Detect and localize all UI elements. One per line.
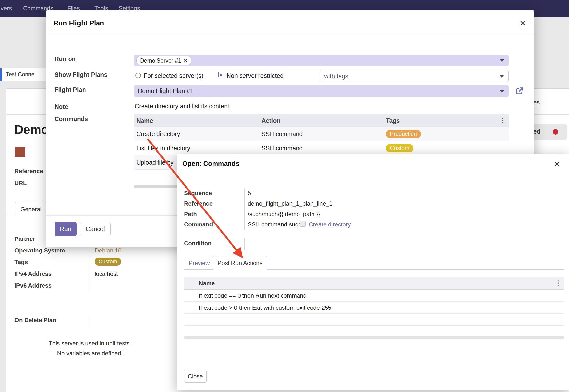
field-label-on-delete-plan: On Delete Plan [14, 317, 56, 323]
table-options-icon[interactable]: ⋮ [555, 279, 561, 287]
radio-non-server-restricted-label[interactable]: Non server restricted [227, 72, 284, 79]
column-header-tags: Tags [386, 117, 400, 124]
no-variables-note: No variables are defined. [24, 350, 156, 357]
field-label-tags: Tags [14, 259, 28, 266]
server-chip-label: Demo Server #1 [140, 57, 181, 64]
chevron-down-icon [499, 75, 504, 78]
tab-preview[interactable]: Preview [189, 260, 210, 266]
cell-name: List files in directory [136, 145, 190, 152]
menu-item-servers[interactable]: vers [1, 5, 12, 12]
table-row[interactable]: List files in directory SSH command Cust… [134, 141, 509, 155]
column-header-name: Name [199, 280, 215, 287]
label-show-flight-plans: Show Flight Plans [55, 71, 107, 78]
radio-non-server-restricted[interactable] [218, 72, 219, 77]
partial-primary-button[interactable] [0, 68, 2, 81]
table-header-row: Name Action Tags ⋮ [134, 114, 509, 127]
label-sequence: Sequence [184, 190, 212, 196]
command-link[interactable]: Create directory [309, 221, 351, 228]
table-row[interactable]: Create directory SSH command Production [134, 127, 509, 141]
command-value: SSH command sudo [248, 221, 302, 228]
tag-badge-custom: Custom [386, 144, 413, 152]
close-icon[interactable]: ✕ [554, 160, 560, 168]
run-button[interactable]: Run [55, 222, 77, 236]
tag-badge-custom: Custom [95, 258, 121, 266]
radio-selected-servers-label[interactable]: For selected server(s) [144, 72, 203, 79]
cell-action: SSH command [261, 145, 303, 152]
table-row[interactable]: If exit code == 0 then Run next command [184, 290, 564, 302]
label-note: Note [55, 103, 68, 110]
title-divider [46, 34, 534, 34]
ipv4-value: localhost [95, 270, 118, 277]
screen: vers Commands Files Tools Settings Test … [0, 0, 569, 392]
operating-system-value[interactable]: Debian 10 [95, 247, 121, 254]
external-link-icon[interactable] [515, 86, 524, 96]
chevron-down-icon [500, 59, 504, 62]
unit-test-note: This server is used in unit tests. [24, 340, 156, 347]
label-run-on: Run on [55, 56, 76, 63]
chevron-down-icon [500, 90, 504, 93]
flight-plan-select[interactable]: Demo Flight Plan #1 [134, 85, 509, 97]
table-options-icon[interactable]: ⋮ [500, 117, 506, 124]
cancel-button[interactable]: Cancel [80, 222, 111, 236]
card-header-fragment: es [533, 99, 540, 106]
with-tags-value: with tags [324, 73, 348, 80]
cell-name: If exit code == 0 then Run next command [199, 292, 307, 299]
status-stopped-dot-icon [553, 129, 558, 135]
chip-remove-icon[interactable]: ✕ [184, 58, 188, 64]
sequence-value: 5 [248, 190, 251, 196]
cell-name: If exit code > 0 then Exit with custom e… [199, 304, 331, 311]
label-flight-plan: Flight Plan [55, 86, 86, 93]
close-button[interactable]: Close [184, 370, 207, 383]
condition-field-divider [244, 238, 245, 250]
field-divider [89, 315, 89, 327]
table-header-row: Name ⋮ [184, 277, 564, 290]
label-command: Command [184, 221, 213, 228]
dialog-title: Open: Commands [182, 160, 240, 168]
close-icon[interactable]: ✕ [520, 20, 526, 27]
column-header-name: Name [136, 117, 153, 124]
horizontal-scrollbar[interactable] [184, 336, 564, 339]
command-checkbox[interactable] [300, 221, 306, 227]
note-value: Create directory and list its content [135, 103, 229, 110]
radio-selected-servers[interactable] [135, 73, 141, 78]
field-label-partner: Partner [14, 236, 35, 242]
path-value: /such/much/{{ demo_path }} [248, 211, 320, 218]
column-header-action: Action [261, 117, 281, 124]
field-label-reference: Reference [14, 168, 43, 175]
field-label-url: URL [14, 180, 27, 187]
reference-value: demo_flight_plan_1_plan_line_1 [248, 200, 333, 207]
server-chip[interactable]: Demo Server #1 ✕ [136, 56, 191, 65]
label-reference: Reference [184, 200, 213, 207]
with-tags-select[interactable]: with tags [320, 70, 509, 82]
table-row-empty [184, 314, 564, 326]
color-swatch [15, 147, 25, 157]
label-column-divider [129, 55, 129, 195]
flight-plan-value: Demo Flight Plan #1 [138, 87, 194, 95]
cell-name: Create directory [136, 130, 180, 138]
tab-general[interactable]: General [15, 202, 47, 216]
table-row[interactable]: If exit code > 0 then Exit with custom e… [184, 302, 564, 314]
field-label-ipv4: IPv4 Address [14, 270, 52, 277]
test-connection-button[interactable]: Test Conne [2, 68, 48, 81]
label-condition: Condition [184, 240, 212, 247]
tag-badge-production: Production [386, 130, 421, 138]
page-title: Demo [14, 123, 49, 137]
field-label-operating-system: Operating System [14, 247, 65, 254]
cell-action: SSH command [261, 130, 303, 138]
label-commands: Commands [55, 115, 88, 123]
run-on-input[interactable]: Demo Server #1 ✕ [134, 55, 509, 66]
title-divider [177, 176, 569, 176]
dialog-title: Run Flight Plan [54, 19, 104, 27]
cell-name: Upload file by [136, 159, 173, 166]
commands-dialog: Open: Commands ✕ Sequence Reference Path… [177, 154, 569, 390]
field-label-ipv6: IPv6 Address [14, 282, 52, 289]
value-column-divider [244, 188, 245, 230]
tab-post-run-actions[interactable]: Post Run Actions [213, 256, 267, 270]
label-path: Path [184, 211, 197, 218]
